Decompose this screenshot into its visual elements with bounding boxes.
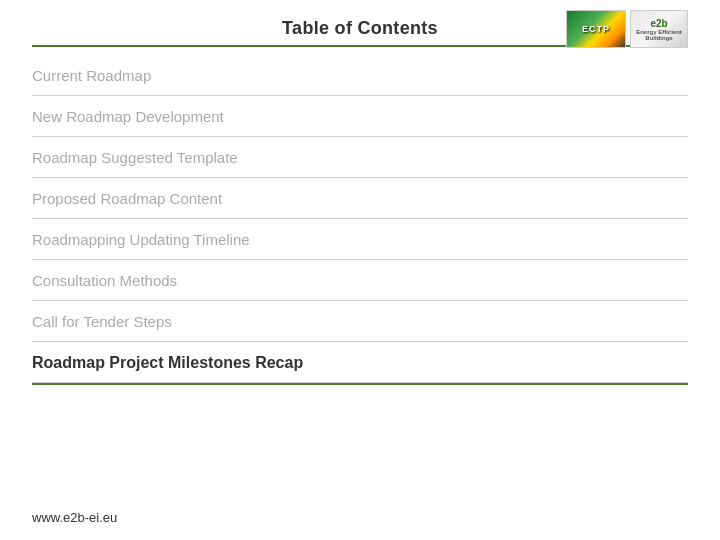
toc-item-label-2: New Roadmap Development	[32, 108, 224, 125]
toc-content: Current RoadmapNew Roadmap DevelopmentRo…	[32, 47, 688, 383]
logos-area: ECTP e2b Energy Efficient Buildings	[566, 10, 688, 48]
ectp-logo: ECTP	[566, 10, 626, 48]
toc-item-label-3: Roadmap Suggested Template	[32, 149, 238, 166]
toc-item-3: Roadmap Suggested Template	[32, 137, 688, 178]
toc-item-label-7: Call for Tender Steps	[32, 313, 172, 330]
bottom-divider	[32, 383, 688, 385]
toc-item-8: Roadmap Project Milestones Recap	[32, 342, 688, 383]
toc-item-6: Consultation Methods	[32, 260, 688, 301]
toc-item-label-6: Consultation Methods	[32, 272, 177, 289]
toc-item-label-8: Roadmap Project Milestones Recap	[32, 354, 303, 371]
header-area: Table of Contents ECTP e2b Energy Effici…	[32, 0, 688, 39]
e2b-logo: e2b Energy Efficient Buildings	[630, 10, 688, 48]
toc-item-7: Call for Tender Steps	[32, 301, 688, 342]
toc-item-label-4: Proposed Roadmap Content	[32, 190, 222, 207]
toc-item-1: Current Roadmap	[32, 55, 688, 96]
toc-item-2: New Roadmap Development	[32, 96, 688, 137]
page-title: Table of Contents	[282, 18, 438, 38]
toc-item-5: Roadmapping Updating Timeline	[32, 219, 688, 260]
footer-url: www.e2b-ei.eu	[32, 510, 117, 525]
toc-item-label-1: Current Roadmap	[32, 67, 151, 84]
toc-item-label-5: Roadmapping Updating Timeline	[32, 231, 250, 248]
page-container: Table of Contents ECTP e2b Energy Effici…	[0, 0, 720, 540]
toc-item-4: Proposed Roadmap Content	[32, 178, 688, 219]
footer-area: www.e2b-ei.eu	[32, 508, 117, 526]
e2b-subtitle2: Buildings	[645, 35, 672, 41]
